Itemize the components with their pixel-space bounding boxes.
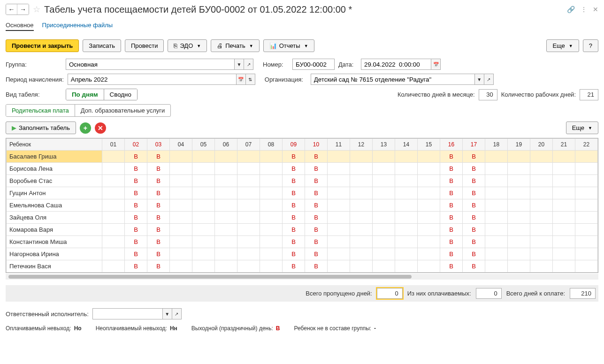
child-name-cell[interactable]: Комарова Варя (7, 224, 102, 236)
child-name-cell[interactable]: Петечкин Вася (7, 260, 102, 273)
day-cell[interactable] (350, 212, 373, 224)
day-cell[interactable] (260, 187, 283, 199)
day-cell[interactable]: В (440, 199, 463, 212)
day-cell[interactable] (553, 212, 575, 224)
add-row-button[interactable]: + (80, 122, 91, 134)
period-input[interactable] (68, 74, 237, 85)
edo-button[interactable]: ⎘ ЭДО▼ (168, 39, 207, 52)
paid-value[interactable]: 0 (476, 288, 502, 299)
day-cell[interactable] (102, 236, 125, 248)
day-cell[interactable] (530, 212, 553, 224)
day-cell[interactable] (237, 224, 260, 236)
day-cell[interactable] (418, 175, 440, 187)
calendar-icon[interactable]: 📅 (237, 74, 246, 85)
day-cell[interactable] (508, 248, 530, 260)
day-cell[interactable] (395, 199, 418, 212)
reports-button[interactable]: 📊 Отчеты▼ (263, 39, 314, 52)
day-cell[interactable]: В (283, 199, 305, 212)
day-cell[interactable]: В (125, 236, 147, 248)
day-cell[interactable]: В (305, 175, 328, 187)
post-and-close-button[interactable]: Провести и закрыть (6, 39, 79, 52)
table-row[interactable]: Зайцева ОляВВВВВВ (7, 212, 598, 224)
day-cell[interactable] (350, 224, 373, 236)
day-cell[interactable] (170, 199, 192, 212)
day-cell[interactable] (553, 199, 575, 212)
day-cell[interactable] (260, 224, 283, 236)
day-cell[interactable] (575, 199, 598, 212)
day-cell[interactable] (260, 236, 283, 248)
table-row[interactable]: Басалаев ГришаВВВВВВ (7, 151, 598, 163)
group-input[interactable] (66, 59, 235, 70)
favorite-star-icon[interactable]: ☆ (33, 4, 40, 15)
day-cell[interactable] (192, 187, 215, 199)
day-cell[interactable]: В (125, 175, 147, 187)
day-cell[interactable] (508, 224, 530, 236)
horizontal-scrollbar[interactable] (6, 274, 598, 280)
day-cell[interactable] (260, 260, 283, 273)
day-cell[interactable] (260, 163, 283, 175)
day-cell[interactable] (530, 236, 553, 248)
day-cell[interactable] (237, 260, 260, 273)
day-cell[interactable] (237, 163, 260, 175)
child-name-cell[interactable]: Борисова Лена (7, 163, 102, 175)
day-cell[interactable] (350, 175, 373, 187)
day-cell[interactable]: В (463, 187, 485, 199)
day-cell[interactable] (553, 163, 575, 175)
table-more-button[interactable]: Еще▼ (566, 121, 598, 134)
day-cell[interactable]: В (283, 187, 305, 199)
day-cell[interactable] (350, 163, 373, 175)
child-name-cell[interactable]: Зайцева Оля (7, 212, 102, 224)
child-name-cell[interactable]: Нагорнова Ирина (7, 248, 102, 260)
day-cell[interactable] (102, 187, 125, 199)
day-cell[interactable]: В (463, 260, 485, 273)
day-cell[interactable] (170, 224, 192, 236)
more-button[interactable]: Еще▼ (546, 39, 579, 52)
dropdown-icon[interactable]: ▼ (235, 59, 244, 70)
day-cell[interactable] (350, 236, 373, 248)
day-cell[interactable] (418, 163, 440, 175)
day-cell[interactable]: В (283, 163, 305, 175)
day-cell[interactable]: В (125, 163, 147, 175)
day-cell[interactable] (395, 175, 418, 187)
day-cell[interactable]: В (147, 212, 170, 224)
day-cell[interactable] (192, 212, 215, 224)
day-cell[interactable] (373, 236, 395, 248)
day-cell[interactable] (192, 175, 215, 187)
day-cell[interactable] (328, 175, 350, 187)
attendance-table[interactable]: Ребенок010203040506070809101112131415161… (6, 138, 598, 273)
day-cell[interactable] (102, 199, 125, 212)
day-cell[interactable] (575, 248, 598, 260)
day-cell[interactable] (575, 151, 598, 163)
responsible-input[interactable] (92, 308, 163, 319)
day-cell[interactable] (237, 236, 260, 248)
day-cell[interactable] (170, 212, 192, 224)
day-cell[interactable] (530, 248, 553, 260)
day-cell[interactable] (530, 163, 553, 175)
dropdown-icon[interactable]: ▼ (475, 74, 484, 85)
day-cell[interactable] (260, 175, 283, 187)
day-cell[interactable] (575, 163, 598, 175)
close-icon[interactable]: ✕ (593, 6, 598, 13)
day-cell[interactable]: В (147, 199, 170, 212)
day-cell[interactable]: В (147, 248, 170, 260)
child-name-cell[interactable]: Воробьев Стас (7, 175, 102, 187)
child-name-cell[interactable]: Емельянова Саша (7, 199, 102, 212)
day-cell[interactable] (170, 187, 192, 199)
day-cell[interactable] (553, 175, 575, 187)
day-cell[interactable] (485, 236, 508, 248)
day-cell[interactable] (373, 187, 395, 199)
day-cell[interactable] (328, 187, 350, 199)
day-cell[interactable]: В (125, 224, 147, 236)
link-icon[interactable]: 🔗 (567, 6, 575, 13)
day-cell[interactable]: В (305, 212, 328, 224)
missed-value[interactable]: 0 (377, 288, 403, 299)
day-cell[interactable]: В (125, 187, 147, 199)
day-cell[interactable] (508, 212, 530, 224)
day-cell[interactable]: В (125, 199, 147, 212)
day-cell[interactable]: В (463, 224, 485, 236)
summary-toggle[interactable]: Сводно (104, 89, 137, 100)
day-cell[interactable] (215, 236, 237, 248)
day-cell[interactable] (418, 236, 440, 248)
day-cell[interactable] (553, 260, 575, 273)
day-cell[interactable]: В (125, 151, 147, 163)
